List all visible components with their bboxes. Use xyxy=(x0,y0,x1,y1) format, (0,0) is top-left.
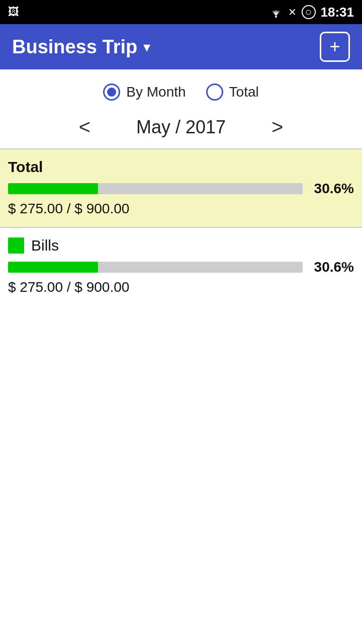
total-progress-row: 30.6% xyxy=(8,181,354,197)
total-section-title: Total xyxy=(8,158,354,176)
photo-icon: 🖼 xyxy=(8,6,19,19)
bills-header: Bills xyxy=(8,237,354,254)
by-month-radio[interactable] xyxy=(103,84,120,101)
by-month-option[interactable]: By Month xyxy=(103,84,186,101)
total-amount: $ 275.00 / $ 900.00 xyxy=(8,201,354,217)
add-button[interactable]: + xyxy=(320,32,350,62)
bills-amount: $ 275.00 / $ 900.00 xyxy=(8,279,354,295)
signal-icon: ✕ xyxy=(288,6,297,18)
bills-progress-pct: 30.6% xyxy=(309,259,354,275)
wifi-icon xyxy=(269,7,283,18)
month-nav: < May / 2017 > xyxy=(0,111,362,148)
bills-progress-bar-container xyxy=(8,262,303,273)
prev-month-button[interactable]: < xyxy=(74,116,96,138)
battery-icon: ○ xyxy=(302,5,316,19)
status-bar-left: 🖼 xyxy=(8,6,19,19)
svg-point-0 xyxy=(275,16,277,18)
status-bar-right: ✕ ○ 18:31 xyxy=(269,5,354,20)
current-month-label: May / 2017 xyxy=(111,117,251,138)
bills-progress-bar-fill xyxy=(8,262,98,273)
total-progress-bar-container xyxy=(8,183,303,194)
bills-progress-row: 30.6% xyxy=(8,259,354,275)
status-bar: 🖼 ✕ ○ 18:31 xyxy=(0,0,362,24)
header-title-group[interactable]: Business Trip ▾ xyxy=(12,36,150,58)
total-filter-label: Total xyxy=(229,84,259,100)
bills-color-box xyxy=(8,237,24,254)
total-progress-pct: 30.6% xyxy=(309,181,354,197)
app-title: Business Trip xyxy=(12,36,137,58)
total-progress-bar-fill xyxy=(8,183,98,194)
filter-row: By Month Total xyxy=(0,69,362,111)
bills-section: Bills 30.6% $ 275.00 / $ 900.00 xyxy=(0,228,362,305)
total-option[interactable]: Total xyxy=(206,84,259,101)
next-month-button[interactable]: > xyxy=(266,116,288,138)
app-header: Business Trip ▾ + xyxy=(0,24,362,69)
total-radio[interactable] xyxy=(206,84,223,101)
total-section: Total 30.6% $ 275.00 / $ 900.00 xyxy=(0,149,362,227)
bills-label: Bills xyxy=(31,237,59,254)
clock: 18:31 xyxy=(321,5,354,20)
dropdown-icon[interactable]: ▾ xyxy=(143,39,150,55)
by-month-label: By Month xyxy=(126,84,186,100)
